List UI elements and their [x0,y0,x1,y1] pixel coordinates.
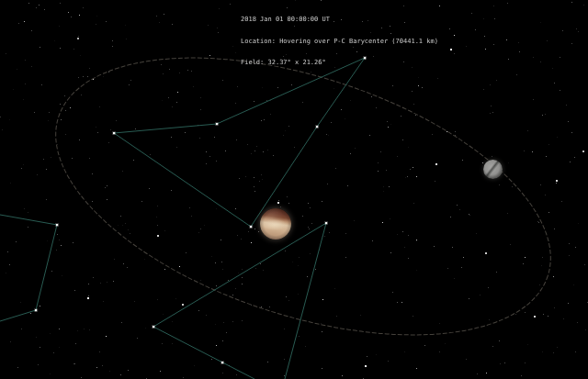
hud-overlay: 2018 Jan 01 00:00:00 UT Location: Hoveri… [241,2,438,82]
hud-datetime: 2018 Jan 01 00:00:00 UT [241,17,438,24]
pluto[interactable] [260,208,291,240]
hud-field: Field: 32.37° x 21.26° [241,60,438,67]
constellation-star [250,226,252,228]
charon[interactable] [483,160,503,179]
hud-location: Location: Hovering over P-C Barycenter (… [241,39,438,46]
constellation-star [216,123,218,125]
constellation-line-2 [0,215,57,321]
constellation-star [56,224,58,226]
constellation-star [153,326,154,328]
constellation-star [316,126,318,128]
constellation-star [221,362,223,363]
constellation-line-0 [114,58,365,227]
constellation-star [35,309,37,311]
sky-view[interactable]: 2018 Jan 01 00:00:00 UT Location: Hoveri… [0,0,588,379]
constellation-star [113,132,115,134]
constellation-line-1 [153,223,326,379]
constellation-star [325,222,327,224]
